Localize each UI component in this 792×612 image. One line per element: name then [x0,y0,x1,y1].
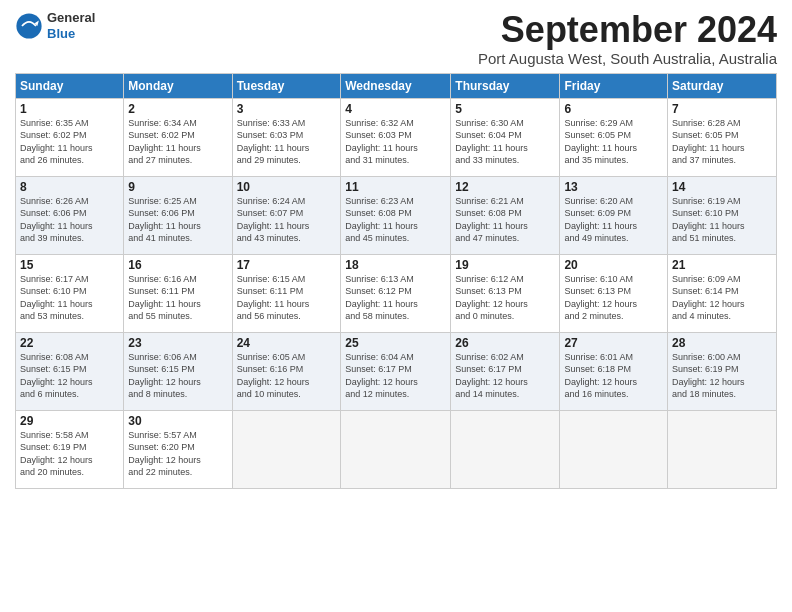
day-info: Sunrise: 6:02 AM Sunset: 6:17 PM Dayligh… [455,351,555,401]
day-number: 3 [237,102,337,116]
table-row: 13Sunrise: 6:20 AM Sunset: 6:09 PM Dayli… [560,176,668,254]
day-number: 5 [455,102,555,116]
day-info: Sunrise: 6:19 AM Sunset: 6:10 PM Dayligh… [672,195,772,245]
day-info: Sunrise: 6:06 AM Sunset: 6:15 PM Dayligh… [128,351,227,401]
table-row: 16Sunrise: 6:16 AM Sunset: 6:11 PM Dayli… [124,254,232,332]
day-info: Sunrise: 6:34 AM Sunset: 6:02 PM Dayligh… [128,117,227,167]
day-number: 20 [564,258,663,272]
day-number: 9 [128,180,227,194]
day-number: 28 [672,336,772,350]
day-number: 1 [20,102,119,116]
day-number: 30 [128,414,227,428]
day-info: Sunrise: 6:12 AM Sunset: 6:13 PM Dayligh… [455,273,555,323]
day-info: Sunrise: 6:17 AM Sunset: 6:10 PM Dayligh… [20,273,119,323]
logo-blue: Blue [47,26,95,42]
table-row: 17Sunrise: 6:15 AM Sunset: 6:11 PM Dayli… [232,254,341,332]
table-row: 20Sunrise: 6:10 AM Sunset: 6:13 PM Dayli… [560,254,668,332]
day-number: 25 [345,336,446,350]
table-row: 18Sunrise: 6:13 AM Sunset: 6:12 PM Dayli… [341,254,451,332]
day-info: Sunrise: 5:57 AM Sunset: 6:20 PM Dayligh… [128,429,227,479]
day-info: Sunrise: 6:23 AM Sunset: 6:08 PM Dayligh… [345,195,446,245]
weekday-friday: Friday [560,73,668,98]
logo: General Blue [15,10,95,41]
weekday-sunday: Sunday [16,73,124,98]
table-row: 28Sunrise: 6:00 AM Sunset: 6:19 PM Dayli… [668,332,777,410]
day-info: Sunrise: 6:35 AM Sunset: 6:02 PM Dayligh… [20,117,119,167]
table-row: 12Sunrise: 6:21 AM Sunset: 6:08 PM Dayli… [451,176,560,254]
weekday-wednesday: Wednesday [341,73,451,98]
day-number: 11 [345,180,446,194]
day-number: 26 [455,336,555,350]
day-info: Sunrise: 6:32 AM Sunset: 6:03 PM Dayligh… [345,117,446,167]
day-info: Sunrise: 6:01 AM Sunset: 6:18 PM Dayligh… [564,351,663,401]
day-number: 16 [128,258,227,272]
day-number: 2 [128,102,227,116]
day-info: Sunrise: 6:20 AM Sunset: 6:09 PM Dayligh… [564,195,663,245]
day-info: Sunrise: 5:58 AM Sunset: 6:19 PM Dayligh… [20,429,119,479]
table-row [451,410,560,488]
day-number: 7 [672,102,772,116]
day-number: 6 [564,102,663,116]
weekday-thursday: Thursday [451,73,560,98]
day-number: 23 [128,336,227,350]
table-row: 23Sunrise: 6:06 AM Sunset: 6:15 PM Dayli… [124,332,232,410]
logo-general: General [47,10,95,26]
day-info: Sunrise: 6:09 AM Sunset: 6:14 PM Dayligh… [672,273,772,323]
table-row: 19Sunrise: 6:12 AM Sunset: 6:13 PM Dayli… [451,254,560,332]
day-info: Sunrise: 6:13 AM Sunset: 6:12 PM Dayligh… [345,273,446,323]
day-info: Sunrise: 6:28 AM Sunset: 6:05 PM Dayligh… [672,117,772,167]
table-row: 7Sunrise: 6:28 AM Sunset: 6:05 PM Daylig… [668,98,777,176]
day-number: 27 [564,336,663,350]
day-number: 19 [455,258,555,272]
day-number: 10 [237,180,337,194]
day-info: Sunrise: 6:26 AM Sunset: 6:06 PM Dayligh… [20,195,119,245]
day-info: Sunrise: 6:29 AM Sunset: 6:05 PM Dayligh… [564,117,663,167]
day-info: Sunrise: 6:15 AM Sunset: 6:11 PM Dayligh… [237,273,337,323]
table-row: 9Sunrise: 6:25 AM Sunset: 6:06 PM Daylig… [124,176,232,254]
calendar: Sunday Monday Tuesday Wednesday Thursday… [15,73,777,489]
day-number: 14 [672,180,772,194]
table-row: 10Sunrise: 6:24 AM Sunset: 6:07 PM Dayli… [232,176,341,254]
table-row [560,410,668,488]
location-title: Port Augusta West, South Australia, Aust… [95,50,777,67]
day-number: 13 [564,180,663,194]
day-number: 29 [20,414,119,428]
table-row: 26Sunrise: 6:02 AM Sunset: 6:17 PM Dayli… [451,332,560,410]
weekday-tuesday: Tuesday [232,73,341,98]
table-row: 30Sunrise: 5:57 AM Sunset: 6:20 PM Dayli… [124,410,232,488]
day-number: 12 [455,180,555,194]
day-info: Sunrise: 6:24 AM Sunset: 6:07 PM Dayligh… [237,195,337,245]
day-info: Sunrise: 6:33 AM Sunset: 6:03 PM Dayligh… [237,117,337,167]
day-info: Sunrise: 6:04 AM Sunset: 6:17 PM Dayligh… [345,351,446,401]
table-row: 8Sunrise: 6:26 AM Sunset: 6:06 PM Daylig… [16,176,124,254]
table-row: 4Sunrise: 6:32 AM Sunset: 6:03 PM Daylig… [341,98,451,176]
day-number: 17 [237,258,337,272]
weekday-monday: Monday [124,73,232,98]
table-row: 3Sunrise: 6:33 AM Sunset: 6:03 PM Daylig… [232,98,341,176]
table-row [341,410,451,488]
table-row: 24Sunrise: 6:05 AM Sunset: 6:16 PM Dayli… [232,332,341,410]
day-info: Sunrise: 6:05 AM Sunset: 6:16 PM Dayligh… [237,351,337,401]
day-info: Sunrise: 6:30 AM Sunset: 6:04 PM Dayligh… [455,117,555,167]
day-number: 18 [345,258,446,272]
month-title: September 2024 [95,10,777,50]
day-number: 8 [20,180,119,194]
day-info: Sunrise: 6:10 AM Sunset: 6:13 PM Dayligh… [564,273,663,323]
day-info: Sunrise: 6:00 AM Sunset: 6:19 PM Dayligh… [672,351,772,401]
table-row: 29Sunrise: 5:58 AM Sunset: 6:19 PM Dayli… [16,410,124,488]
table-row: 27Sunrise: 6:01 AM Sunset: 6:18 PM Dayli… [560,332,668,410]
day-info: Sunrise: 6:21 AM Sunset: 6:08 PM Dayligh… [455,195,555,245]
table-row: 21Sunrise: 6:09 AM Sunset: 6:14 PM Dayli… [668,254,777,332]
table-row: 1Sunrise: 6:35 AM Sunset: 6:02 PM Daylig… [16,98,124,176]
table-row: 14Sunrise: 6:19 AM Sunset: 6:10 PM Dayli… [668,176,777,254]
day-number: 21 [672,258,772,272]
table-row: 11Sunrise: 6:23 AM Sunset: 6:08 PM Dayli… [341,176,451,254]
day-number: 4 [345,102,446,116]
table-row: 6Sunrise: 6:29 AM Sunset: 6:05 PM Daylig… [560,98,668,176]
svg-point-0 [16,13,41,38]
day-info: Sunrise: 6:08 AM Sunset: 6:15 PM Dayligh… [20,351,119,401]
day-info: Sunrise: 6:16 AM Sunset: 6:11 PM Dayligh… [128,273,227,323]
table-row: 22Sunrise: 6:08 AM Sunset: 6:15 PM Dayli… [16,332,124,410]
day-number: 24 [237,336,337,350]
table-row: 2Sunrise: 6:34 AM Sunset: 6:02 PM Daylig… [124,98,232,176]
